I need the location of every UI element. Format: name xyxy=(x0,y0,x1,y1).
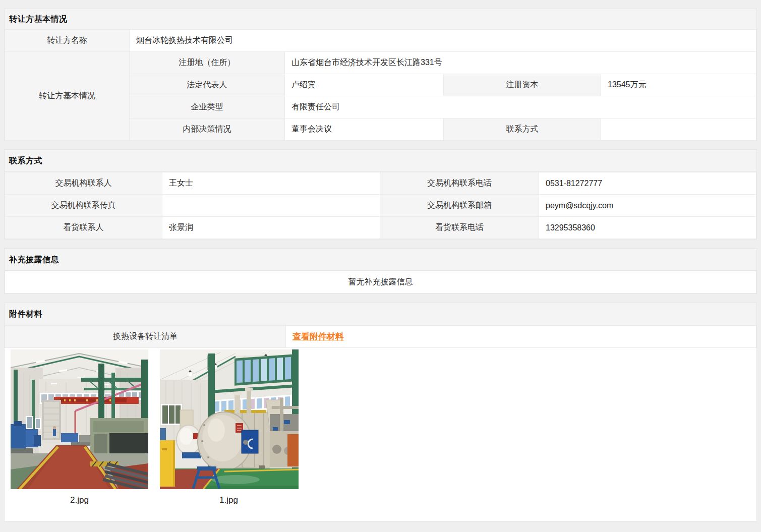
registered-capital-value: 13545万元 xyxy=(601,74,756,96)
registered-address-label: 注册地（住所） xyxy=(130,52,285,74)
company-type-value: 有限责任公司 xyxy=(285,96,756,119)
legal-representative-label: 法定代表人 xyxy=(130,74,285,96)
section-title-supplement: 补充披露信息 xyxy=(5,249,756,271)
agency-contact-fax-value xyxy=(162,195,380,217)
table-row: 暂无补充披露信息 xyxy=(5,271,756,293)
inspection-contact-person-label: 看货联系人 xyxy=(5,217,162,239)
transferor-group-label: 转让方基本情况 xyxy=(5,52,130,141)
inspection-contact-phone-value: 13295358360 xyxy=(539,217,756,239)
transferor-name-label: 转让方名称 xyxy=(5,30,130,52)
attachment-photo-strip: 2.jpg xyxy=(5,348,756,521)
attachment-photo-thumbnail-1jpg[interactable]: 1.jpg xyxy=(160,349,298,505)
section-title-transferor: 转让方基本情况 xyxy=(5,9,756,29)
transferor-table: 转让方名称 烟台冰轮换热技术有限公司 转让方基本情况 注册地（住所） 山东省烟台… xyxy=(5,29,756,141)
table-row: 转让方名称 烟台冰轮换热技术有限公司 xyxy=(5,30,756,52)
table-row: 交易机构联系人 王女士 交易机构联系电话 0531-81272777 xyxy=(5,172,756,195)
registered-capital-label: 注册资本 xyxy=(444,74,601,96)
attachments-table: 换热设备转让清单 查看附件材料 xyxy=(5,325,756,348)
table-row: 换热设备转让清单 查看附件材料 xyxy=(5,326,756,348)
factory-aisle-photo xyxy=(11,349,148,489)
agency-contact-phone-value: 0531-81272777 xyxy=(539,172,756,195)
inspection-contact-phone-label: 看货联系电话 xyxy=(380,217,539,239)
supplement-table: 暂无补充披露信息 xyxy=(5,271,756,293)
inspection-contact-person-value: 张景润 xyxy=(162,217,380,239)
asset-listing-detail-page: 转让方基本情况 转让方名称 烟台冰轮换热技术有限公司 转让方基本情况 注册地（住… xyxy=(0,0,761,532)
agency-contact-email-value: peym@sdcqjy.com xyxy=(539,195,756,217)
section-attachments: 附件材料 换热设备转让清单 查看附件材料 xyxy=(4,303,757,521)
company-type-label: 企业类型 xyxy=(130,96,285,119)
table-row: 交易机构联系传真 交易机构联系邮箱 peym@sdcqjy.com xyxy=(5,195,756,217)
section-transferor-info: 转让方基本情况 转让方名称 烟台冰轮换热技术有限公司 转让方基本情况 注册地（住… xyxy=(4,9,757,141)
internal-decision-value: 董事会决议 xyxy=(285,119,444,141)
attachment-photo-thumbnail-2jpg[interactable]: 2.jpg xyxy=(11,349,148,505)
view-attachment-link[interactable]: 查看附件材料 xyxy=(292,332,344,341)
transferor-contact-value xyxy=(601,119,756,141)
section-contact-info: 联系方式 交易机构联系人 王女士 交易机构联系电话 0531-81272777 … xyxy=(4,149,757,240)
internal-decision-label: 内部决策情况 xyxy=(130,119,285,141)
section-gap xyxy=(4,294,757,303)
pressure-vessel-photo xyxy=(160,349,299,489)
section-gap xyxy=(4,141,757,149)
registered-address-value: 山东省烟台市经济技术开发区长江路331号 xyxy=(285,52,756,74)
agency-contact-phone-label: 交易机构联系电话 xyxy=(380,172,539,195)
attachment-item-label: 换热设备转让清单 xyxy=(5,326,286,348)
agency-contact-person-label: 交易机构联系人 xyxy=(5,172,162,195)
legal-representative-value: 卢绍宾 xyxy=(285,74,444,96)
photo-caption-1jpg: 1.jpg xyxy=(160,495,298,505)
photo-caption-2jpg: 2.jpg xyxy=(11,495,148,505)
supplement-empty-text: 暂无补充披露信息 xyxy=(5,271,756,293)
section-supplementary-disclosure: 补充披露信息 暂无补充披露信息 xyxy=(4,248,757,294)
section-title-contact: 联系方式 xyxy=(5,150,756,172)
table-row: 转让方基本情况 注册地（住所） 山东省烟台市经济技术开发区长江路331号 xyxy=(5,52,756,74)
agency-contact-fax-label: 交易机构联系传真 xyxy=(5,195,162,217)
section-title-attachments: 附件材料 xyxy=(5,303,756,325)
transferor-contact-label: 联系方式 xyxy=(444,119,601,141)
table-row: 看货联系人 张景润 看货联系电话 13295358360 xyxy=(5,217,756,239)
section-gap xyxy=(4,240,757,248)
contact-table: 交易机构联系人 王女士 交易机构联系电话 0531-81272777 交易机构联… xyxy=(5,172,756,239)
agency-contact-person-value: 王女士 xyxy=(162,172,380,195)
transferor-name-value: 烟台冰轮换热技术有限公司 xyxy=(130,30,756,52)
agency-contact-email-label: 交易机构联系邮箱 xyxy=(380,195,539,217)
